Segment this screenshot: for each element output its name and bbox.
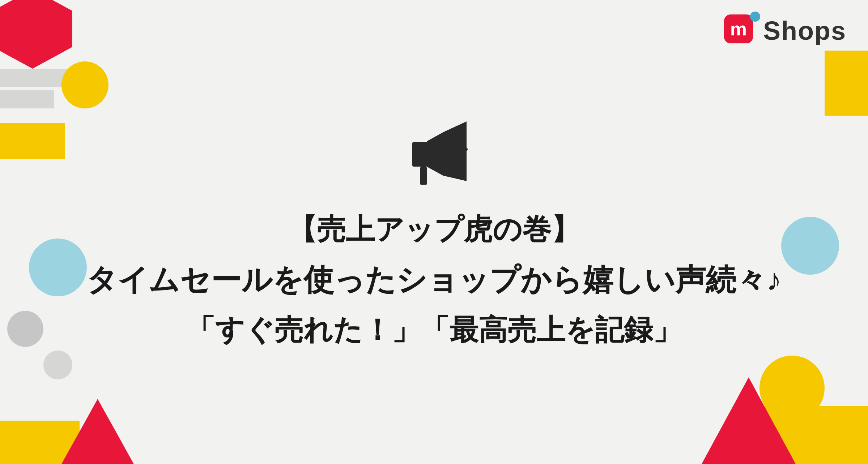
logo-m-icon: m (724, 14, 757, 47)
main-title-line1: 【売上アップ虎の巻】 (86, 208, 782, 251)
main-text-block: 【売上アップ虎の巻】 タイムセールを使ったショップから嬉しい声続々♪ 「すぐ売れ… (86, 208, 782, 352)
svg-rect-1 (420, 166, 427, 185)
megaphone-icon (398, 112, 470, 185)
svg-marker-2 (427, 132, 443, 176)
megaphone-icon-wrapper (398, 112, 470, 186)
svg-rect-7 (412, 142, 427, 167)
main-title-line3: 「すぐ売れた！」「最高売上を記録」 (86, 308, 782, 352)
main-content: 【売上アップ虎の巻】 タイムセールを使ったショップから嬉しい声続々♪ 「すぐ売れ… (0, 0, 868, 464)
logo-area: m Shops (724, 14, 846, 47)
main-title-line2: タイムセールを使ったショップから嬉しい声続々♪ (86, 257, 782, 302)
logo-shops-text: Shops (763, 16, 846, 46)
svg-marker-3 (443, 121, 467, 181)
logo-m-background: m (724, 14, 753, 43)
logo-dot (750, 12, 760, 22)
logo-m-letter: m (730, 20, 747, 38)
